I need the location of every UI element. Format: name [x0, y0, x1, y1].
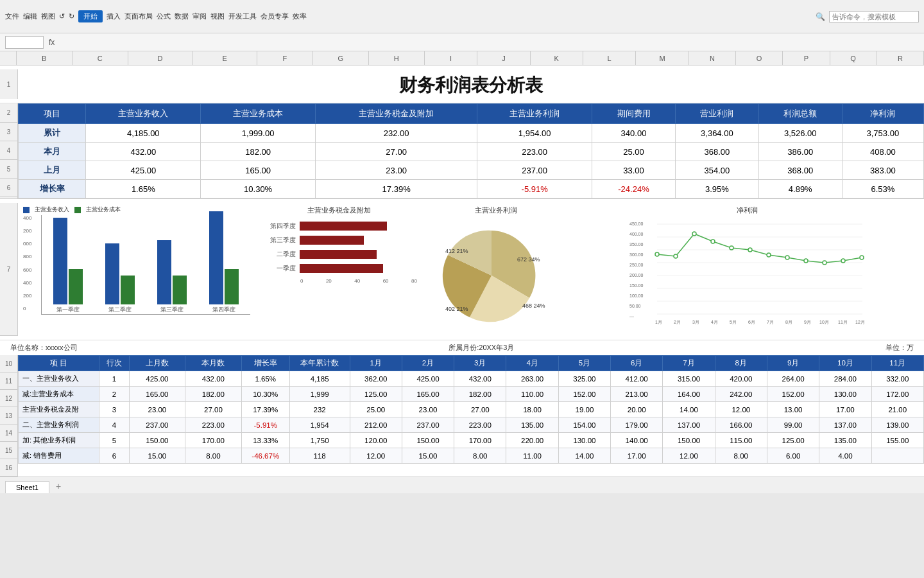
header-net-profit: 净利润 — [842, 104, 923, 124]
col-k: K — [531, 51, 583, 65]
header-op-profit: 主营业务利润 — [477, 104, 592, 124]
dh-project: 项 目 — [19, 356, 99, 371]
detail-cell-4-14: 135.00 — [819, 433, 871, 448]
header-period-expense: 期间费用 — [592, 104, 676, 124]
summary-cell-0-2: 232.00 — [316, 124, 477, 143]
detail-cell-3-12: 166.00 — [715, 417, 767, 433]
dh-rownum: 行次 — [99, 356, 129, 371]
redo-icon[interactable]: ↻ — [69, 12, 74, 21]
summary-cell-1-0: 432.00 — [86, 143, 201, 161]
detail-cell-5-8: 11.00 — [506, 448, 558, 464]
menu-view[interactable]: 视图 — [41, 12, 55, 21]
bar-q4-revenue — [209, 211, 223, 304]
summary-cell-1-5: 368.00 — [675, 143, 758, 161]
undo-icon[interactable]: ↺ — [59, 12, 65, 21]
detail-cell-1-2: 182.00 — [185, 387, 242, 402]
summary-cell-3-3: -5.91% — [477, 180, 592, 198]
line-dot-1 — [655, 252, 659, 256]
summary-cell-2-6: 368.00 — [758, 161, 842, 180]
detail-cell-4-0: 5 — [99, 433, 129, 448]
pie-label2: 468 24% — [522, 302, 545, 309]
cell-reference[interactable]: 3 — [5, 36, 44, 49]
detail-cell-0-9: 325.00 — [558, 371, 610, 387]
menu-layout[interactable]: 页面布局 — [124, 12, 153, 21]
detail-cell-2-9: 19.00 — [558, 402, 610, 417]
svg-text:3月: 3月 — [692, 320, 699, 324]
summary-cell-2-4: 33.00 — [592, 161, 676, 180]
line-dot-10 — [823, 261, 826, 265]
detail-cell-3-10: 179.00 — [611, 417, 663, 433]
detail-cell-5-0: 6 — [99, 448, 129, 464]
svg-text:100.00: 100.00 — [629, 293, 644, 298]
detail-row-label-3: 二、主营业务利润 — [19, 417, 99, 433]
menu-insert[interactable]: 插入 — [107, 12, 121, 21]
detail-cell-2-8: 18.00 — [506, 402, 558, 417]
menu-formula[interactable]: 公式 — [157, 12, 171, 21]
dh-last-month: 上月数 — [129, 356, 185, 371]
col-d: D — [128, 51, 193, 65]
menu-dev[interactable]: 开发工具 — [228, 12, 257, 21]
col-q: Q — [830, 51, 877, 65]
sheet-tabs: Sheet1 + — [0, 477, 924, 493]
summary-cell-0-0: 4,185.00 — [86, 124, 201, 143]
dh-m3: 3月 — [454, 356, 506, 371]
toolbar: 文件 编辑 视图 ↺ ↻ 开始 插入 页面布局 公式 数据 审阅 视图 开发工具… — [0, 0, 924, 33]
line-dot-12 — [860, 256, 864, 259]
formula-bar: 3 fx — [0, 33, 924, 51]
dh-m2: 2月 — [402, 356, 454, 371]
detail-cell-3-2: 223.00 — [185, 417, 242, 433]
dh-ytd: 本年累计数 — [289, 356, 350, 371]
line-dot-9 — [804, 259, 808, 263]
summary-cell-0-5: 3,364.00 — [675, 124, 758, 143]
bar-q4-label: 第四季度 — [212, 306, 235, 314]
svg-text:200.00: 200.00 — [629, 273, 644, 277]
svg-text:450.00: 450.00 — [629, 222, 644, 226]
summary-cell-3-1: 10.30% — [201, 180, 316, 198]
company-name: 单位名称：xxxxx公司 — [10, 343, 78, 353]
col-f: F — [257, 51, 313, 65]
detail-cell-1-3: 10.30% — [241, 387, 289, 402]
col-n: N — [689, 51, 736, 65]
formula-input[interactable] — [60, 38, 919, 47]
summary-cell-2-7: 383.00 — [842, 161, 923, 180]
detail-cell-3-5: 212.00 — [350, 417, 402, 433]
bar-q1-label: 第一季度 — [56, 306, 80, 314]
detail-cell-4-6: 150.00 — [402, 433, 454, 448]
detail-cell-4-9: 130.00 — [558, 433, 610, 448]
summary-cell-1-1: 182.00 — [201, 143, 316, 161]
menu-data[interactable]: 数据 — [175, 12, 189, 21]
detail-cell-3-6: 237.00 — [402, 417, 454, 433]
detail-cell-0-3: 1.65% — [241, 371, 289, 387]
line-dot-7 — [767, 253, 771, 257]
svg-text:9月: 9月 — [804, 320, 811, 324]
svg-text:11月: 11月 — [838, 320, 848, 324]
col-p: P — [783, 51, 830, 65]
menu-edit[interactable]: 编辑 — [23, 12, 37, 21]
detail-row-label-2: 主营业务税金及附 — [19, 402, 99, 417]
menu-review[interactable]: 审阅 — [193, 12, 207, 21]
col-h: H — [369, 51, 425, 65]
start-button[interactable]: 开始 — [78, 10, 103, 22]
unit: 单位：万 — [886, 343, 914, 353]
menu-view2[interactable]: 视图 — [210, 12, 225, 21]
summary-row-label-0: 累计 — [19, 124, 86, 143]
menu-efficiency[interactable]: 效率 — [293, 12, 307, 21]
svg-text:250.00: 250.00 — [629, 263, 644, 267]
detail-cell-4-11: 150.00 — [663, 433, 715, 448]
bar-q3-cost — [173, 276, 187, 304]
add-sheet-button[interactable]: + — [49, 479, 67, 493]
detail-cell-4-4: 1,750 — [289, 433, 350, 448]
summary-cell-1-7: 408.00 — [842, 143, 923, 161]
detail-cell-5-6: 15.00 — [402, 448, 454, 464]
detail-row-label-5: 减: 销售费用 — [19, 448, 99, 464]
menu-member[interactable]: 会员专享 — [261, 12, 289, 21]
dh-m6: 6月 — [611, 356, 663, 371]
search-input[interactable] — [829, 11, 919, 22]
dh-m9: 9月 — [767, 356, 819, 371]
detail-cell-3-14: 137.00 — [819, 417, 871, 433]
menu-file[interactable]: 文件 — [5, 12, 19, 21]
detail-cell-1-9: 152.00 — [558, 387, 610, 402]
detail-cell-0-10: 412.00 — [611, 371, 663, 387]
sheet-tab-1[interactable]: Sheet1 — [5, 481, 49, 493]
col-l: L — [583, 51, 636, 65]
